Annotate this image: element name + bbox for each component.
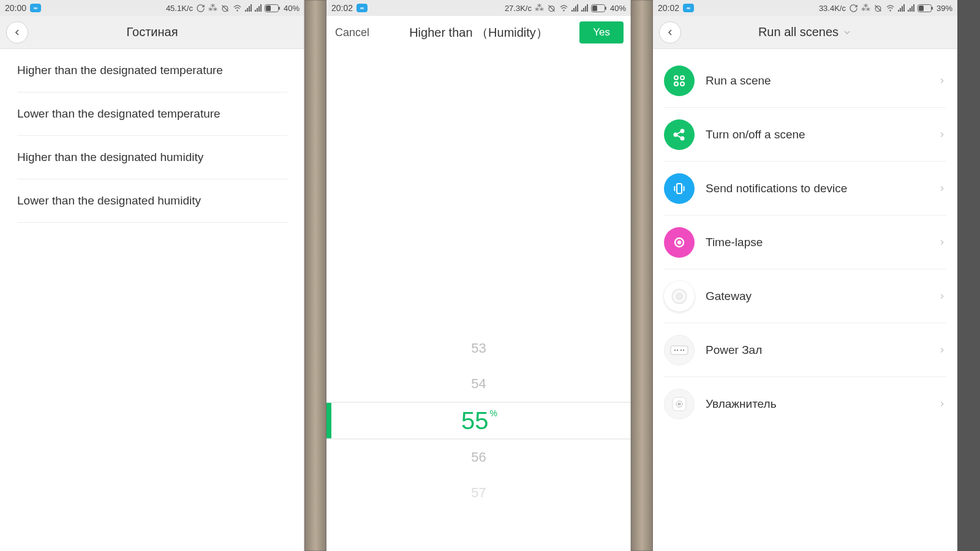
condition-lower-humidity[interactable]: Lower than the designated humidity: [17, 179, 287, 223]
alarm-off-icon: [873, 4, 883, 13]
condition-lower-temp[interactable]: Lower than the designated temperature: [17, 92, 287, 136]
confirm-button[interactable]: Yes: [579, 21, 624, 43]
status-bar: 20:02 ∞ 27.3K/c ⁂ 40%: [326, 0, 631, 16]
picker-value[interactable]: 53: [326, 331, 631, 366]
cloud-icon: ∞: [356, 4, 368, 12]
chevron-right-icon: [938, 238, 946, 247]
action-toggle-scene[interactable]: Turn on/off a scene: [664, 108, 946, 162]
svg-point-31: [683, 349, 684, 350]
svg-point-16: [680, 76, 684, 80]
status-time: 20:02: [331, 3, 353, 13]
signal-icon-2: [581, 4, 588, 12]
signal-icon: [898, 4, 905, 12]
action-time-lapse[interactable]: Time-lapse: [664, 216, 946, 269]
battery-icon: [265, 4, 281, 12]
screen-humidity-picker: 20:02 ∞ 27.3K/c ⁂ 40% Cancel Higher than…: [326, 0, 631, 551]
svg-point-29: [677, 349, 678, 350]
screenshot-gap: [304, 0, 326, 551]
humidity-picker[interactable]: 53 54 55 % 56 57: [326, 49, 631, 551]
screen-run-all-scenes: 20:02 ∞ 33.4K/c ⁂ 39% Run all scenes: [653, 0, 957, 551]
time-lapse-icon: [664, 227, 695, 258]
screenshot-gap: [631, 0, 653, 551]
chevron-right-icon: [938, 184, 946, 193]
status-bar: 20:02 ∞ 33.4K/c ⁂ 39%: [653, 0, 957, 16]
picker-selected-value: 55: [461, 407, 489, 435]
scene-icon: [664, 66, 695, 96]
svg-point-11: [890, 10, 891, 10]
condition-higher-humidity[interactable]: Higher than the designated humidity: [17, 136, 287, 179]
picker-selected[interactable]: 55 %: [326, 402, 631, 440]
device-power-zal[interactable]: Power Зал: [664, 323, 946, 377]
chevron-right-icon: [938, 130, 946, 139]
status-time: 20:02: [658, 3, 679, 13]
navbar: Гостиная: [0, 16, 304, 49]
signal-icon: [571, 4, 578, 12]
back-button[interactable]: [6, 21, 28, 43]
svg-point-26: [676, 293, 682, 299]
svg-rect-8: [605, 7, 606, 10]
wifi-icon: [233, 4, 242, 13]
svg-rect-3: [279, 7, 280, 10]
wifi-icon: [559, 4, 568, 13]
svg-point-6: [564, 10, 564, 10]
svg-point-1: [237, 10, 238, 10]
action-run-scene[interactable]: Run a scene: [664, 54, 946, 108]
alarm-off-icon: [547, 4, 556, 13]
condition-list: Higher than the designated temperature L…: [0, 49, 304, 223]
svg-rect-22: [677, 184, 682, 193]
navbar: Run all scenes: [653, 16, 957, 49]
action-send-notification[interactable]: Send notifications to device: [664, 162, 946, 216]
cloud-icon: ∞: [30, 4, 41, 12]
battery-icon: [591, 4, 607, 12]
chevron-left-icon: [12, 28, 22, 37]
device-gateway[interactable]: Gateway: [664, 269, 946, 323]
status-speed: 45.1K/c: [166, 4, 193, 13]
picker-value[interactable]: 56: [326, 440, 631, 475]
svg-point-28: [674, 349, 676, 350]
status-battery: 40%: [284, 4, 300, 13]
svg-rect-14: [919, 6, 924, 11]
svg-point-24: [678, 241, 680, 244]
svg-point-30: [680, 349, 682, 350]
svg-rect-13: [932, 7, 933, 10]
battery-icon: [918, 4, 933, 12]
chevron-down-icon: [842, 28, 852, 37]
cancel-button[interactable]: Cancel: [335, 26, 369, 39]
signal-icon-2: [255, 4, 262, 12]
page-title-dropdown[interactable]: Run all scenes: [653, 25, 957, 39]
svg-rect-4: [266, 6, 271, 11]
device-humidifier[interactable]: Увлажнитель: [664, 377, 946, 431]
device-label: Power Зал: [706, 343, 938, 357]
navbar: Cancel Higher than （Humidity） Yes: [326, 16, 631, 49]
smart-plug-icon: [664, 389, 695, 419]
wifi-icon: [886, 4, 895, 13]
page-title: Гостиная: [0, 25, 304, 39]
page-title-text: Run all scenes: [758, 25, 839, 39]
cloud-icon: ∞: [683, 4, 694, 12]
svg-rect-35: [680, 403, 681, 405]
chevron-right-icon: [938, 400, 946, 408]
condition-higher-temp[interactable]: Higher than the designated temperature: [17, 49, 287, 92]
status-speed: 33.4K/c: [819, 4, 846, 13]
chevron-right-icon: [938, 346, 946, 354]
device-label: Увлажнитель: [706, 397, 938, 411]
picker-value[interactable]: 57: [326, 475, 631, 511]
power-strip-icon: [664, 335, 695, 365]
chevron-right-icon: [938, 77, 946, 85]
alarm-off-icon: [221, 4, 230, 13]
svg-rect-34: [678, 403, 679, 405]
chevron-right-icon: [938, 292, 946, 301]
notify-icon: [664, 173, 695, 204]
gateway-icon: [664, 281, 695, 312]
picker-value[interactable]: 54: [326, 366, 631, 402]
action-label: Run a scene: [706, 74, 938, 88]
status-time: 20:00: [5, 3, 26, 13]
svg-point-17: [674, 82, 678, 86]
picker-unit: %: [490, 408, 497, 418]
sync-icon: [849, 4, 858, 13]
bluetooth-icon: ⁂: [535, 2, 544, 13]
action-label: Send notifications to device: [706, 182, 938, 195]
status-battery: 40%: [610, 4, 626, 13]
action-label: Turn on/off a scene: [706, 128, 938, 141]
signal-icon: [245, 4, 252, 12]
